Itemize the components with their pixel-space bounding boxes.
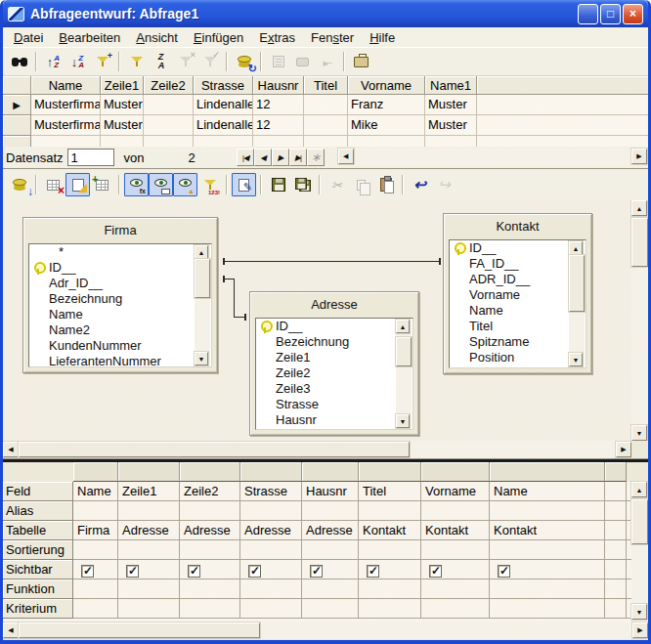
funktion-cell[interactable] [180, 580, 240, 599]
scroll-track[interactable] [410, 441, 616, 458]
record-number-input[interactable]: 1 [67, 149, 114, 166]
data-cell[interactable] [253, 136, 304, 147]
show-sort-button[interactable] [173, 173, 197, 196]
first-record-button[interactable] [237, 149, 254, 166]
undo-button[interactable] [408, 173, 432, 196]
scroll-thumb[interactable] [569, 255, 585, 312]
field-item[interactable]: Name [29, 307, 211, 322]
field-item[interactable]: Bezeichnung [29, 291, 211, 307]
field-item[interactable]: Spitzname [450, 334, 586, 350]
sortierung-cell[interactable] [240, 540, 302, 560]
field-item[interactable]: ID__ [450, 240, 586, 256]
sortierung-cell[interactable] [118, 540, 180, 560]
field-item[interactable]: * [29, 244, 211, 260]
sortierung-cell[interactable] [180, 540, 240, 560]
kriterium-cell[interactable] [302, 599, 359, 619]
funktion-cell[interactable] [118, 580, 180, 599]
scroll-up-button[interactable] [631, 482, 647, 497]
scroll-thumb[interactable] [19, 623, 260, 638]
menu-hilfe[interactable]: Hilfe [362, 28, 403, 47]
run-query-button[interactable] [7, 173, 31, 196]
feld-cell[interactable]: Titel [359, 482, 421, 501]
sichtbar-checkbox[interactable] [367, 565, 379, 578]
data-cell[interactable]: Muster [101, 95, 144, 115]
query-design-canvas[interactable]: Firma * ID__ Adr_ID__ Bezeichnung Name N… [3, 200, 648, 441]
grid-column-header[interactable] [302, 462, 359, 482]
scroll-right-button[interactable] [631, 149, 647, 164]
previous-record-button[interactable] [254, 149, 272, 166]
scroll-thumb[interactable] [631, 499, 648, 544]
scroll-track[interactable] [631, 267, 648, 425]
table-box-kontakt[interactable]: Kontakt ID__ FA_ID__ ADR_ID__ Vorname Na… [443, 213, 592, 374]
alias-cell[interactable] [180, 501, 240, 521]
field-item[interactable]: Postfach [256, 428, 412, 430]
funktion-cell[interactable] [359, 580, 421, 599]
data-cell[interactable]: 12 [253, 95, 304, 115]
next-record-button[interactable] [272, 149, 289, 166]
alias-cell[interactable] [118, 501, 180, 521]
sort-za-button[interactable] [149, 50, 173, 73]
add-table-button[interactable] [90, 173, 114, 196]
field-item[interactable]: KundenNummer [29, 338, 211, 354]
data-cell[interactable] [144, 136, 194, 147]
data-cell[interactable] [348, 136, 425, 147]
funktion-cell[interactable] [302, 580, 359, 599]
data-cell[interactable]: Muster [101, 115, 144, 136]
data-cell[interactable] [304, 95, 348, 115]
sort-descending-button[interactable] [65, 50, 90, 73]
data-cell[interactable]: Musterfirma [31, 115, 101, 136]
feld-cell[interactable]: Strasse [240, 482, 302, 501]
menu-datei[interactable]: Datei [6, 28, 51, 47]
menu-fenster[interactable]: Fenster [303, 28, 362, 47]
grid-column-header[interactable] [73, 462, 118, 482]
grid-column-header[interactable] [605, 462, 627, 482]
sort-ascending-button[interactable] [41, 50, 65, 73]
data-cell[interactable]: Lindenalle [194, 115, 253, 136]
sichtbar-checkbox[interactable] [248, 565, 261, 578]
filter-add-button[interactable] [90, 50, 114, 73]
close-button[interactable]: × [623, 4, 643, 24]
sichtbar-checkbox[interactable] [126, 565, 139, 578]
data-cell[interactable] [194, 136, 253, 147]
field-item[interactable]: Position [450, 350, 586, 365]
field-item[interactable]: ID__ [29, 260, 211, 276]
briefcase-button[interactable] [349, 50, 373, 73]
sichtbar-cell[interactable] [605, 560, 627, 580]
join-line-firma-kontakt[interactable] [225, 261, 440, 262]
design-view-button[interactable] [65, 173, 90, 196]
feld-cell[interactable]: Vorname [421, 482, 490, 501]
field-item[interactable]: ADR_ID__ [450, 272, 586, 287]
alias-cell[interactable] [421, 501, 490, 521]
data-cell[interactable]: Muster [425, 115, 477, 136]
scroll-down-button[interactable] [569, 353, 583, 366]
field-item[interactable]: Zeile3 [256, 381, 412, 397]
scroll-track[interactable] [631, 544, 648, 604]
sortierung-cell[interactable] [302, 540, 359, 560]
column-header[interactable]: Hausnr [253, 76, 304, 95]
field-item[interactable]: ID__ [256, 319, 412, 334]
data-cell[interactable]: Muster [425, 95, 477, 115]
data-cell[interactable] [144, 115, 194, 136]
grid-column-header[interactable] [421, 462, 490, 482]
tabelle-cell[interactable]: Firma [73, 521, 118, 540]
column-header[interactable]: Strasse [194, 76, 253, 95]
kriterium-cell[interactable] [605, 599, 627, 619]
tabelle-cell[interactable]: Kontakt [421, 521, 490, 540]
sortierung-cell[interactable] [359, 540, 421, 560]
field-item[interactable]: Bezeichnung [256, 334, 412, 350]
table-title[interactable]: Adresse [250, 292, 418, 316]
menu-ansicht[interactable]: Ansicht [128, 28, 186, 47]
row-selector[interactable]: ▶ [3, 95, 31, 115]
sichtbar-checkbox[interactable] [81, 565, 94, 578]
menu-einfuegen[interactable]: Einfügen [186, 28, 251, 47]
data-cell[interactable] [101, 136, 144, 147]
save-as-button[interactable] [290, 173, 315, 196]
kriterium-cell[interactable] [421, 599, 490, 619]
row-selector-header[interactable] [3, 76, 31, 95]
data-cell[interactable] [31, 136, 101, 147]
sortierung-cell[interactable] [73, 540, 118, 560]
table-box-adresse[interactable]: Adresse ID__ Bezeichnung Zeile1 Zeile2 Z… [249, 291, 419, 436]
paste-button[interactable] [373, 173, 398, 196]
scroll-left-button[interactable] [338, 149, 354, 164]
feld-cell[interactable]: Name [490, 482, 605, 501]
